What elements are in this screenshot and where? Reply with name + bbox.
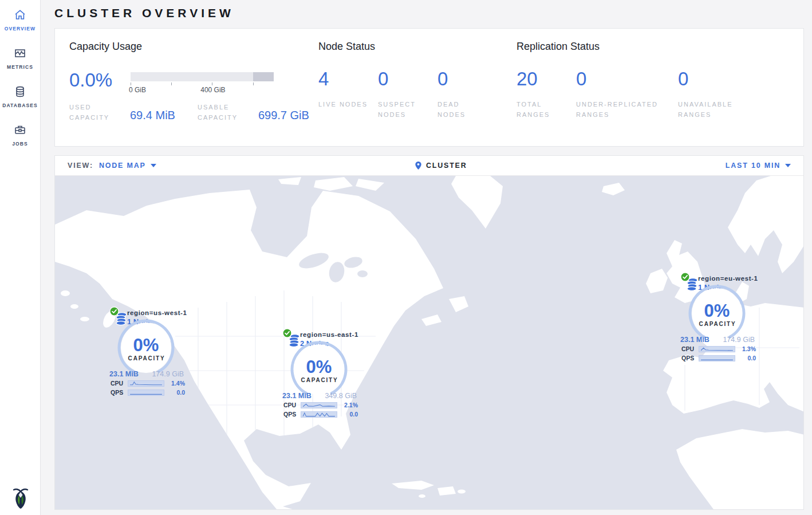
metrics-icon [13, 46, 27, 60]
node-region-label: region=eu-west-1 [698, 275, 758, 282]
total-ranges-stat: 20 TOTAL RANGES [517, 68, 576, 120]
node-used-capacity: 23.1 MiB [282, 392, 312, 400]
cluster-summary-card: Capacity Usage 0.0% 0 GiB 400 GiB [54, 28, 804, 147]
used-capacity-value: 69.4 MiB [130, 109, 175, 123]
node-cpu-row: CPU 1.3% [681, 345, 756, 352]
svg-text:CAPACITY: CAPACITY [699, 321, 736, 327]
time-range-dropdown[interactable]: LAST 10 MIN [726, 162, 791, 170]
healthy-check-icon [109, 306, 119, 316]
location-pin-icon [415, 161, 422, 170]
sidebar-item-label: JOBS [12, 141, 28, 147]
node-region-label: region=us-east-1 [300, 331, 358, 338]
node-map: region=us-west-1 1 Node 0% CAPACITY 23.1… [55, 176, 803, 509]
capacity-usage-title: Capacity Usage [69, 41, 318, 53]
node-map-card: VIEW: NODE MAP CLUSTER LAST 10 MIN [54, 155, 804, 510]
map-toolbar: VIEW: NODE MAP CLUSTER LAST 10 MIN [55, 156, 803, 176]
capacity-tick-label: 400 GiB [200, 86, 225, 94]
node-used-capacity: 23.1 MiB [109, 370, 139, 378]
qps-sparkline [699, 356, 735, 361]
node-qps-row: QPS 0.0 [681, 355, 756, 361]
svg-text:CAPACITY: CAPACITY [301, 377, 338, 383]
capacity-gauge: 0% CAPACITY [290, 341, 348, 398]
home-icon [13, 8, 27, 22]
node-used-capacity: 23.1 MiB [680, 336, 709, 344]
qps-sparkline [128, 390, 164, 395]
sidebar-item-label: METRICS [7, 64, 33, 70]
svg-text:CAPACITY: CAPACITY [128, 355, 165, 361]
sidebar-item-label: OVERVIEW [5, 26, 36, 32]
cpu-sparkline [128, 381, 164, 386]
healthy-check-icon [680, 272, 690, 282]
usable-capacity-stat: USABLE CAPACITY 699.7 GiB [198, 103, 309, 123]
sidebar-item-metrics[interactable]: METRICS [0, 38, 40, 77]
capacity-used-percent: 0.0% [69, 69, 131, 95]
sidebar-item-jobs[interactable]: JOBS [0, 115, 40, 154]
live-nodes-stat: 4 LIVE NODES [318, 68, 378, 120]
capacity-gauge: 0% CAPACITY [117, 319, 175, 376]
chevron-down-icon [151, 164, 156, 167]
view-dropdown[interactable]: NODE MAP [99, 162, 156, 170]
healthy-check-icon [282, 328, 292, 338]
capacity-usage-section: Capacity Usage 0.0% 0 GiB 400 GiB [69, 41, 318, 146]
node-total-capacity: 174.9 GiB [152, 370, 184, 378]
sidebar-item-overview[interactable]: OVERVIEW [0, 0, 40, 38]
node-cpu-row: CPU 2.1% [283, 402, 358, 408]
svg-text:0%: 0% [704, 301, 730, 321]
capacity-bar-track [131, 72, 274, 81]
node-qps-row: QPS 0.0 [283, 411, 358, 418]
node-cpu-row: CPU 1.4% [111, 380, 185, 387]
main-content: CLUSTER OVERVIEW Capacity Usage 0.0% 0 G… [41, 0, 812, 510]
breadcrumb: CLUSTER [156, 161, 726, 170]
briefcase-icon [13, 123, 27, 137]
suspect-nodes-stat: 0 SUSPECT NODES [378, 68, 437, 120]
replication-status-section: Replication Status 20 TOTAL RANGES 0 UND… [517, 41, 803, 146]
node-total-capacity: 349.8 GiB [325, 392, 357, 400]
svg-text:0%: 0% [133, 335, 159, 355]
cpu-sparkline [301, 403, 337, 408]
map-node-eu-west-1[interactable]: region=eu-west-1 1 Node 0% CAPACITY 23.1… [680, 272, 778, 367]
map-node-us-east-1[interactable]: region=us-east-1 2 Nodes 0% CAPACITY 23.… [282, 328, 380, 423]
node-total-capacity: 174.9 GiB [723, 336, 755, 344]
node-status-title: Node Status [318, 41, 517, 53]
page-title: CLUSTER OVERVIEW [54, 0, 804, 28]
cpu-sparkline [699, 347, 735, 352]
node-qps-row: QPS 0.0 [111, 389, 185, 396]
capacity-bar-ticks [131, 81, 274, 85]
capacity-bar: 0 GiB 400 GiB [131, 69, 274, 95]
view-label: VIEW: [68, 162, 93, 170]
map-node-us-west-1[interactable]: region=us-west-1 1 Node 0% CAPACITY 23.1… [109, 306, 207, 401]
cockroachdb-logo [0, 484, 41, 512]
usable-capacity-value: 699.7 GiB [258, 109, 309, 123]
qps-sparkline [301, 412, 337, 417]
node-region-label: region=us-west-1 [127, 309, 187, 316]
node-status-section: Node Status 4 LIVE NODES 0 SUSPECT NODES… [318, 41, 517, 146]
svg-text:0%: 0% [306, 357, 332, 377]
unavailable-ranges-stat: 0 UNAVAILABLE RANGES [678, 68, 747, 120]
sidebar: OVERVIEW METRICS DATABASES JOBS [0, 0, 41, 515]
replication-status-title: Replication Status [517, 41, 803, 53]
sidebar-item-databases[interactable]: DATABASES [0, 77, 40, 115]
usable-capacity-label: USABLE CAPACITY [198, 103, 250, 123]
under-replicated-ranges-stat: 0 UNDER-REPLICATED RANGES [576, 68, 678, 120]
used-capacity-stat: USED CAPACITY 69.4 MiB [69, 103, 175, 123]
used-capacity-label: USED CAPACITY [69, 103, 122, 123]
database-icon [13, 85, 27, 99]
sidebar-item-label: DATABASES [2, 103, 38, 108]
chevron-down-icon [785, 164, 791, 167]
dead-nodes-stat: 0 DEAD NODES [437, 68, 497, 120]
capacity-gauge: 0% CAPACITY [688, 285, 746, 342]
capacity-tick-label: 0 GiB [129, 86, 146, 94]
